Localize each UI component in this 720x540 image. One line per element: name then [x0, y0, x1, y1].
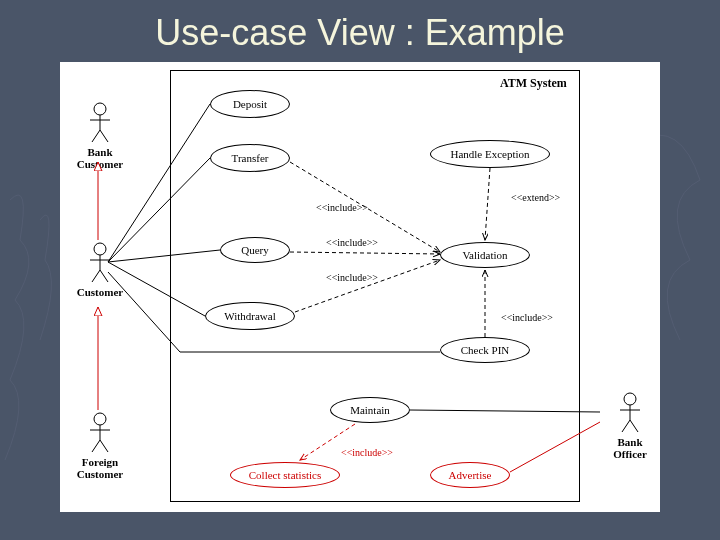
usecase-validation: Validation	[440, 242, 530, 268]
actor-label: Customer	[70, 286, 130, 298]
stereotype-include: <<include>>	[325, 237, 379, 248]
system-label: ATM System	[500, 76, 567, 91]
actor-bank-customer: Bank Customer	[70, 102, 130, 170]
svg-line-8	[92, 270, 100, 282]
stereotype-include: <<include>>	[325, 272, 379, 283]
stickman-icon	[86, 102, 114, 144]
actor-label: Foreign Customer	[70, 456, 130, 480]
svg-line-19	[630, 420, 638, 432]
page-title: Use-case View : Example	[0, 0, 720, 62]
stereotype-extend: <<extend>>	[510, 192, 561, 203]
actor-label: Bank Officer	[600, 436, 660, 460]
usecase-query: Query	[220, 237, 290, 263]
svg-point-15	[624, 393, 636, 405]
stereotype-include: <<include>>	[315, 202, 369, 213]
svg-point-5	[94, 243, 106, 255]
usecase-diagram: ATM System Bank Customer Customer	[60, 62, 660, 512]
svg-point-0	[94, 103, 106, 115]
usecase-advertise: Advertise	[430, 462, 510, 488]
svg-line-4	[100, 130, 108, 142]
system-boundary	[170, 70, 580, 502]
usecase-withdrawal: Withdrawal	[205, 302, 295, 330]
usecase-check-pin: Check PIN	[440, 337, 530, 363]
usecase-handle-exception: Handle Exception	[430, 140, 550, 168]
stickman-icon	[86, 242, 114, 284]
stereotype-include: <<include>>	[500, 312, 554, 323]
svg-point-10	[94, 413, 106, 425]
stickman-icon	[616, 392, 644, 434]
actor-foreign-customer: Foreign Customer	[70, 412, 130, 480]
usecase-maintain: Maintain	[330, 397, 410, 423]
svg-line-9	[100, 270, 108, 282]
actor-bank-officer: Bank Officer	[600, 392, 660, 460]
actor-label: Bank Customer	[70, 146, 130, 170]
stickman-icon	[86, 412, 114, 454]
svg-line-13	[92, 440, 100, 452]
usecase-deposit: Deposit	[210, 90, 290, 118]
svg-line-3	[92, 130, 100, 142]
svg-line-14	[100, 440, 108, 452]
usecase-collect-statistics: Collect statistics	[230, 462, 340, 488]
stereotype-include: <<include>>	[340, 447, 394, 458]
usecase-transfer: Transfer	[210, 144, 290, 172]
svg-line-18	[622, 420, 630, 432]
actor-customer: Customer	[70, 242, 130, 298]
